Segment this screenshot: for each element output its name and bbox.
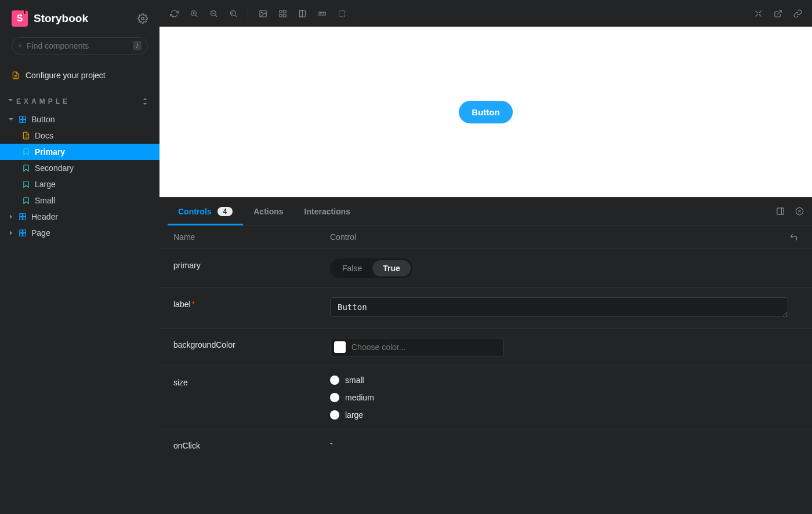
search-shortcut: /	[133, 41, 142, 50]
grid-button[interactable]	[274, 5, 291, 22]
background-button[interactable]	[254, 5, 271, 22]
separator	[248, 8, 248, 19]
fullscreen-icon	[754, 9, 763, 18]
remount-button[interactable]	[165, 5, 183, 22]
brand-logo-icon: S	[12, 10, 28, 27]
svg-rect-5	[20, 116, 23, 119]
zoom-out-button[interactable]	[205, 5, 222, 22]
sidebar: S Storybook / Configure your project EXA…	[0, 0, 160, 514]
control-name: label*	[173, 297, 330, 309]
search-box[interactable]: /	[12, 37, 148, 54]
svg-line-45	[777, 10, 781, 14]
svg-rect-14	[23, 217, 26, 220]
zoom-in-button[interactable]	[185, 5, 202, 22]
tree-item-page[interactable]: Page	[0, 225, 160, 241]
tree-label: Primary	[35, 147, 65, 156]
sidebar-icon	[776, 207, 785, 216]
component-icon	[19, 115, 27, 123]
color-swatch[interactable]	[334, 341, 346, 353]
measure-button[interactable]	[313, 5, 331, 22]
control-name: onClick	[173, 439, 330, 450]
copy-link-button[interactable]	[789, 5, 806, 22]
sync-icon	[170, 9, 179, 18]
image-icon	[259, 9, 267, 18]
svg-rect-6	[23, 116, 26, 119]
required-indicator: *	[192, 300, 195, 309]
bookmark-icon	[22, 180, 30, 188]
bookmark-icon	[22, 196, 30, 205]
tab-controls[interactable]: Controls 4	[168, 198, 243, 225]
story-button[interactable]: Button	[459, 101, 512, 123]
tree-label: Docs	[35, 131, 53, 140]
tree-item-button[interactable]: Button	[0, 111, 160, 127]
viewport-button[interactable]	[293, 5, 311, 22]
tree-item-header[interactable]: Header	[0, 209, 160, 225]
brand-name: Storybook	[34, 12, 88, 25]
toolbar	[160, 0, 812, 27]
search-icon	[18, 42, 22, 50]
control-value: -	[330, 439, 798, 448]
search-input[interactable]	[27, 41, 128, 50]
tree-item-secondary[interactable]: Secondary	[0, 160, 160, 176]
color-picker[interactable]	[330, 338, 504, 356]
zoom-reset-button[interactable]	[224, 5, 242, 22]
zoom-out-icon	[209, 9, 218, 18]
reset-controls-button[interactable]	[789, 233, 798, 242]
configure-link[interactable]: Configure your project	[0, 66, 160, 85]
svg-rect-13	[20, 217, 23, 220]
preview-canvas: Button	[160, 27, 812, 197]
chevron-down-icon	[9, 117, 13, 122]
tree-label: Large	[35, 180, 56, 189]
component-icon	[19, 213, 27, 221]
control-row-size: size small medium large	[160, 366, 812, 429]
svg-rect-30	[279, 10, 281, 12]
svg-point-29	[261, 12, 262, 13]
outline-button[interactable]	[333, 5, 350, 22]
svg-rect-17	[20, 234, 23, 236]
settings-button[interactable]	[137, 13, 148, 24]
radio-label: large	[345, 410, 363, 420]
brand[interactable]: S Storybook	[12, 10, 88, 27]
radio-option-large[interactable]: large	[330, 410, 798, 420]
tree-item-primary[interactable]: Primary	[0, 144, 160, 160]
panel-orientation-button[interactable]	[776, 207, 785, 216]
tab-actions[interactable]: Actions	[243, 198, 293, 225]
radio-icon	[330, 376, 339, 385]
tab-interactions[interactable]: Interactions	[294, 198, 361, 225]
link-icon	[793, 9, 802, 18]
tab-label: Interactions	[304, 207, 350, 216]
svg-line-42	[759, 10, 761, 13]
group-example[interactable]: EXAMPLE	[0, 85, 160, 111]
chevron-right-icon	[9, 231, 13, 235]
label-input[interactable]	[330, 297, 788, 317]
zoom-in-icon	[190, 9, 198, 18]
svg-rect-8	[23, 120, 26, 123]
chevron-down-icon	[7, 99, 14, 104]
tree-item-large[interactable]: Large	[0, 176, 160, 192]
tree-item-docs[interactable]: Docs	[0, 127, 160, 144]
viewport-icon	[298, 9, 307, 18]
radio-option-medium[interactable]: medium	[330, 393, 798, 402]
addons-panel: Controls 4 Actions Interactions Name Con…	[160, 197, 812, 514]
boolean-false[interactable]: False	[332, 260, 372, 276]
open-new-tab-button[interactable]	[769, 5, 786, 22]
zoom-reset-icon	[229, 9, 238, 18]
svg-rect-31	[283, 10, 285, 12]
color-input[interactable]	[351, 342, 498, 352]
document-icon	[22, 132, 30, 140]
panel-tabs: Controls 4 Actions Interactions	[160, 198, 812, 225]
boolean-toggle[interactable]: False True	[330, 258, 412, 278]
fullscreen-button[interactable]	[749, 5, 767, 22]
radio-option-small[interactable]: small	[330, 376, 798, 385]
svg-rect-7	[20, 120, 23, 123]
radio-icon	[330, 393, 339, 402]
control-row-primary: primary False True	[160, 249, 812, 288]
svg-rect-33	[283, 14, 285, 16]
svg-line-2	[21, 46, 21, 47]
panel-close-button[interactable]	[795, 207, 804, 216]
boolean-true[interactable]: True	[372, 260, 411, 276]
svg-rect-35	[299, 10, 302, 16]
gear-icon	[137, 13, 148, 24]
svg-rect-18	[23, 234, 26, 236]
tree-item-small[interactable]: Small	[0, 192, 160, 209]
